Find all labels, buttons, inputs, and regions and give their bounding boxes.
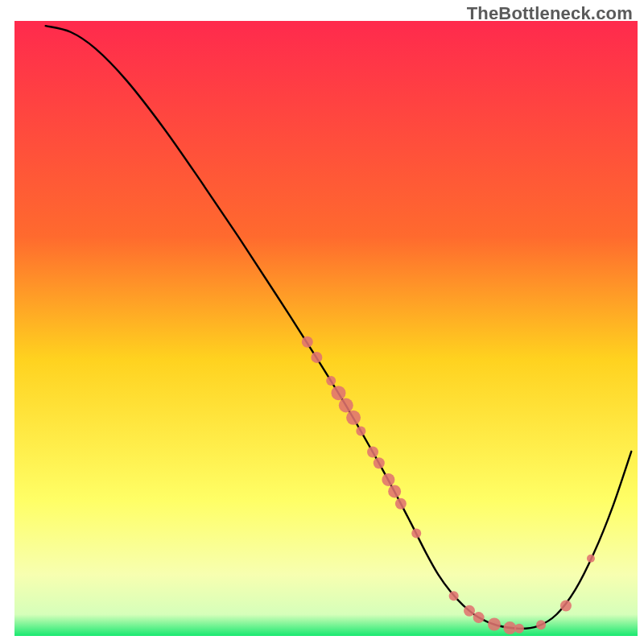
marker-dot: [346, 411, 361, 425]
marker-dot: [587, 555, 595, 563]
bottleneck-chart: [0, 0, 644, 644]
marker-dot: [382, 473, 394, 486]
marker-dot: [488, 617, 501, 630]
marker-dot: [356, 427, 365, 436]
marker-dot: [514, 624, 524, 634]
marker-dot: [464, 605, 475, 617]
marker-dot: [411, 528, 421, 538]
marker-dot: [560, 601, 572, 612]
marker-dot: [311, 352, 322, 363]
marker-dot: [536, 620, 546, 630]
marker-dot: [331, 386, 345, 400]
marker-dot: [302, 336, 313, 348]
marker-dot: [367, 447, 378, 458]
marker-dot: [374, 457, 385, 469]
marker-dot: [339, 398, 353, 413]
marker-dot: [326, 376, 336, 386]
plot-background: [14, 21, 638, 636]
marker-dot: [395, 498, 407, 510]
marker-dot: [388, 485, 401, 497]
chart-stage: TheBottleneck.com: [0, 0, 644, 644]
marker-dot: [503, 621, 516, 634]
marker-dot: [449, 591, 459, 601]
marker-dot: [473, 612, 485, 623]
